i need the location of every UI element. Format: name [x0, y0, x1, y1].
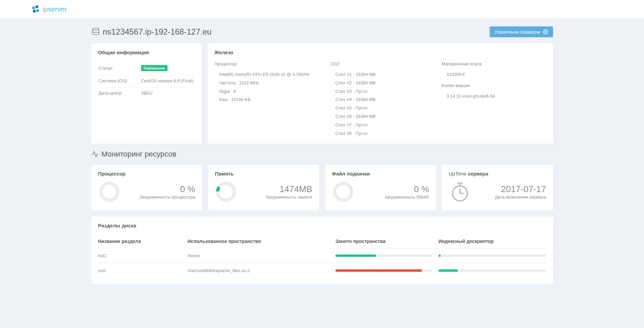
disk-used-bar [335, 263, 439, 278]
disk-name: md2 [98, 248, 188, 263]
timer-icon [449, 181, 471, 203]
disk-path: /var/root/lib64/apache_files.so.2 [187, 263, 335, 278]
cpu-metric-value: 0 % [139, 184, 195, 194]
cpu-freq: Частота : 1322 MHz [215, 79, 324, 87]
general-info-title: Общая информация [98, 49, 195, 55]
uptime-metric-value: 2017-07-17 [495, 184, 546, 194]
hostname: ns1234567.ip-192-168-127.eu [103, 27, 212, 37]
cpu-donut-icon [98, 181, 120, 203]
svg-point-9 [335, 183, 352, 200]
disk-col-used: Занято пространства [335, 234, 439, 248]
ram-slots: Слот #1 - 16384 MBСлот #2 - 16384 MBСлот… [331, 70, 435, 138]
cpu-metric-title: Процессор [98, 171, 196, 177]
hardware-title: Железо [215, 49, 546, 55]
swap-donut-icon [332, 181, 354, 203]
ram-slot: Слот #6 - 16384 MB [331, 112, 435, 121]
disk-inode-bar [439, 263, 546, 278]
page-head: ns1234567.ip-192-168-127.eu Управление с… [91, 26, 553, 37]
swap-metric-title: Файл подкачки [332, 171, 429, 177]
cpu-label: Процессор [215, 61, 324, 66]
kernel-label: Kerlen версия [442, 83, 546, 88]
disk-col-inode: Индексный дескриптор [439, 234, 546, 248]
uptime-metric-card: UpTime сервера 2017-07-17 Дата включения… [442, 165, 553, 210]
activity-icon [91, 150, 99, 158]
mem-metric-title: Память [215, 171, 312, 177]
logo-icon [30, 4, 41, 15]
ram-slot: Слот #7 - Пусто [331, 121, 435, 129]
general-info-table: СтатусНормально Система (OS)CentOS relea… [98, 61, 195, 99]
disk-path: /home [187, 248, 335, 263]
svg-point-3 [33, 9, 36, 12]
status-label: Статус [99, 62, 140, 74]
uptime-metric-sub: Дата включения сервера [495, 194, 546, 200]
hardware-card: Железо Процессор Intel(R) Xeon(R) CPU E5… [208, 43, 553, 144]
svg-point-4 [92, 28, 99, 30]
manage-server-label: Управление сервером [494, 29, 540, 35]
swap-metric-card: Файл подкачки 0 % Загруженность SWAP [325, 165, 436, 210]
ram-label: ОЗУ [331, 61, 435, 66]
dc-label: Дата-центр [99, 87, 140, 99]
ram-slot: Слот #8 - Пусто [331, 129, 435, 138]
svg-point-2 [36, 9, 39, 12]
os-value: CentOS release 6.9 (Final) [141, 75, 194, 86]
monitoring-title: Мониторинг ресурсов [102, 150, 177, 159]
ram-slot: Слот #1 - 16384 MB [331, 70, 435, 79]
cpu-metric-card: Процессор 0 % Загруженность процессора [91, 165, 202, 210]
ram-slot: Слот #3 - Пусто [331, 87, 435, 96]
swap-metric-sub: Загруженность SWAP [384, 194, 429, 200]
cpu-model: Intel(R) Xeon(R) CPU E5-1630 v3 @ 3.70GH… [215, 70, 324, 79]
svg-point-7 [218, 183, 235, 200]
cpu-cache: Кэш : 10240 KB [215, 96, 324, 104]
page-title: ns1234567.ip-192-168-127.eu [91, 27, 212, 37]
kernel-value: 3.14.32-xxxx-grs-ipv6-64 [442, 92, 546, 101]
mem-donut-icon [215, 181, 237, 203]
mb-label: Материнская плата [442, 61, 546, 66]
ram-slot: Слот #5 - Пусто [331, 104, 435, 112]
os-label: Система (OS) [99, 75, 140, 86]
cpu-metric-sub: Загруженность процессора [139, 194, 195, 200]
svg-point-1 [36, 5, 38, 8]
status-badge: Нормально [141, 65, 168, 71]
ram-slot: Слот #4 - 16384 MB [331, 96, 435, 104]
disk-name: root [98, 263, 188, 278]
uptime-metric-title: UpTime сервера [449, 171, 546, 177]
cpu-cores: Ядра : 8 [215, 87, 324, 96]
disk-table: Название раздела Использованное простран… [98, 234, 546, 278]
mb-value: X10SRi-F [442, 70, 546, 79]
logo-text: ipserver [43, 5, 67, 13]
ram-column: ОЗУ Слот #1 - 16384 MBСлот #2 - 16384 MB… [331, 61, 435, 138]
table-row: root/var/root/lib64/apache_files.so.2 [98, 263, 546, 278]
general-info-card: Общая информация СтатусНормально Система… [91, 43, 202, 144]
monitoring-heading: Мониторинг ресурсов [91, 150, 553, 159]
database-icon [91, 27, 100, 36]
swap-metric-value: 0 % [384, 184, 429, 194]
gear-icon [543, 29, 548, 35]
svg-point-5 [545, 31, 546, 33]
topbar: ipserver [0, 0, 644, 19]
disk-card: Разделы диска Название раздела Использов… [91, 217, 553, 284]
disk-col-name: Название раздела [98, 234, 188, 248]
svg-point-6 [101, 183, 118, 200]
disk-title: Разделы диска [98, 223, 546, 228]
table-row: md2/home [98, 248, 546, 263]
cpu-column: Процессор Intel(R) Xeon(R) CPU E5-1630 v… [215, 61, 324, 138]
svg-point-0 [32, 6, 36, 9]
logo[interactable]: ipserver [30, 4, 67, 15]
manage-server-button[interactable]: Управление сервером [490, 26, 553, 37]
disk-inode-bar [439, 248, 546, 263]
disk-col-path: Использованное пространство [187, 234, 335, 248]
mem-metric-value: 1474MB [266, 184, 312, 194]
dc-value: SBG2 [141, 87, 194, 99]
ram-slot: Слот #2 - 16384 MB [331, 79, 435, 87]
mem-metric-card: Память 1474MB Загруженность памяти [208, 165, 319, 210]
mem-metric-sub: Загруженность памяти [266, 194, 312, 200]
disk-used-bar [335, 248, 439, 263]
mb-column: Материнская плата X10SRi-F Kerlen версия… [442, 61, 546, 138]
